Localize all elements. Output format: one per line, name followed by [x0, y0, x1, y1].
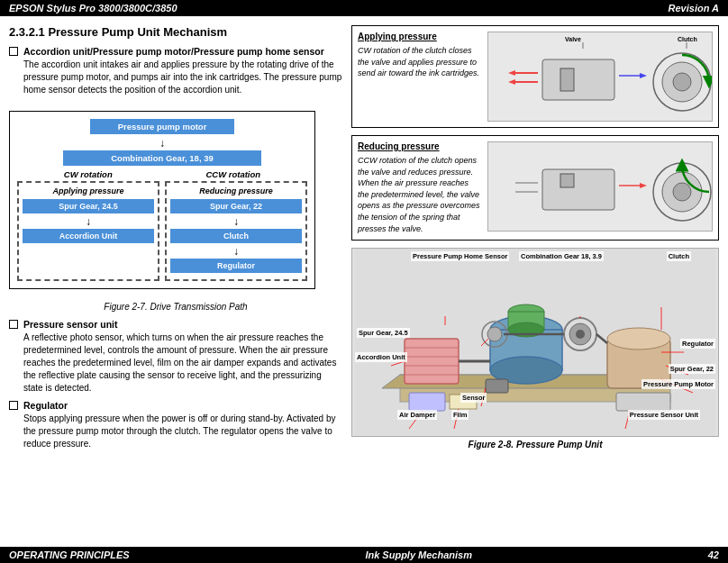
reducing-pressure-text: CCW rotation of the clutch opens the val…: [358, 155, 482, 234]
svg-text:Valve: Valve: [565, 36, 581, 42]
svg-marker-12: [508, 79, 515, 85]
svg-rect-49: [409, 393, 445, 411]
flow-arrow-4: ↓: [170, 246, 302, 257]
label-spur-22: Spur Gear, 22: [669, 364, 715, 374]
flow-accordion: Accordion Unit: [23, 229, 154, 243]
svg-rect-19: [560, 174, 574, 187]
svg-rect-51: [616, 393, 670, 411]
flow-arrow-1: ↓: [17, 138, 307, 149]
page-footer: OPERATING PRINCIPLES Ink Supply Mechanis…: [0, 547, 728, 563]
applying-pressure-box: Applying pressure CW rotation of the clu…: [351, 25, 719, 128]
flow-spur1: Spur Gear, 24.5: [23, 199, 154, 213]
svg-marker-10: [508, 70, 515, 76]
header-title-right: Revision A: [669, 3, 719, 14]
label-spur-245: Spur Gear, 24.5: [357, 328, 410, 338]
cw-label: CW rotation: [64, 169, 113, 179]
checkbox-1: [9, 47, 18, 56]
header-title-left: EPSON Stylus Pro 3800/3800C/3850: [9, 3, 177, 14]
svg-rect-18: [542, 169, 614, 210]
svg-rect-48: [486, 379, 508, 393]
figure-2-8-caption: Figure 2-8. Pressure Pump Unit: [351, 440, 719, 449]
label-pressure-sensor: Pressure Sensor Unit: [628, 410, 700, 420]
pump-unit-diagram: Pressure Pump Home Sensor Combination Ge…: [351, 248, 719, 523]
footer-left: OPERATING PRINCIPLES: [9, 549, 130, 560]
flow-box-motor: Pressure pump motor: [90, 119, 234, 134]
cw-branch: Applying pressure Spur Gear, 24.5 ↓ Acco…: [17, 181, 159, 281]
applying-pressure-title: Applying pressure: [358, 32, 482, 41]
ccw-label: CCW rotation: [205, 169, 260, 179]
item-title-3: Regulator: [23, 400, 342, 411]
label-film: Film: [451, 410, 469, 420]
label-combo-gear: Combination Gear 18, 3.9: [519, 251, 604, 261]
svg-marker-23: [640, 183, 647, 188]
label-regulator: Regulator: [680, 339, 715, 349]
checkbox-3: [9, 401, 18, 410]
flow-arrow-2: ↓: [23, 216, 154, 227]
list-item-2: Pressure sensor unit A reflective photo …: [9, 319, 342, 395]
item-text-2: A reflective photo sensor, which turns o…: [23, 331, 342, 395]
section-title: 2.3.2.1 Pressure Pump Unit Mechanism: [9, 25, 342, 39]
label-accordion: Accordion Unit: [355, 352, 407, 362]
label-air-damper: Air Damper: [397, 410, 437, 420]
footer-right: 42: [708, 549, 719, 560]
flowchart: Pressure pump motor ↓ Combination Gear, …: [9, 111, 315, 289]
reducing-pressure-box: Reducing pressure CCW rotation of the cl…: [351, 135, 719, 241]
svg-point-17: [673, 183, 691, 201]
item-title-2: Pressure sensor unit: [23, 319, 342, 330]
label-pressure-motor: Pressure Pump Motor: [642, 379, 715, 389]
flow-regulator: Regulator: [170, 259, 302, 273]
svg-rect-8: [560, 68, 574, 91]
reducing-pressure-title: Reducing pressure: [358, 141, 482, 151]
checkbox-2: [9, 320, 18, 329]
svg-point-6: [673, 73, 691, 91]
item-title-1: Accordion unit/Pressure pump motor/Press…: [23, 46, 342, 57]
label-sensor: Sensor: [460, 393, 487, 403]
svg-rect-7: [542, 59, 614, 100]
svg-marker-14: [640, 73, 647, 78]
footer-center: Ink Supply Mechanism: [365, 549, 472, 560]
page-header: EPSON Stylus Pro 3800/3800C/3850 Revisio…: [0, 0, 728, 16]
applying-pressure-text: CW rotation of the clutch closes the val…: [358, 45, 482, 79]
svg-rect-27: [405, 339, 459, 384]
flow-box-gear: Combination Gear, 18, 39: [63, 150, 261, 166]
svg-point-42: [576, 330, 585, 339]
item-text-3: Stops applying pressure when the power i…: [23, 413, 342, 450]
label-home-sensor: Pressure Pump Home Sensor: [411, 251, 509, 261]
list-item-3: Regulator Stops applying pressure when t…: [9, 400, 342, 450]
svg-point-39: [607, 328, 670, 350]
flow-clutch: Clutch: [170, 229, 302, 243]
svg-text:Clutch: Clutch: [678, 36, 697, 42]
ccw-branch: Reducing pressure Spur Gear, 22 ↓ Clutch…: [165, 181, 307, 281]
label-clutch: Clutch: [667, 251, 691, 261]
reducing-label: Reducing pressure: [170, 186, 302, 195]
flow-spur2: Spur Gear, 22: [170, 199, 302, 213]
svg-point-44: [487, 327, 502, 341]
list-item-1: Accordion unit/Pressure pump motor/Press…: [9, 46, 342, 96]
applying-label: Applying pressure: [23, 186, 154, 195]
right-column: Applying pressure CW rotation of the clu…: [351, 25, 719, 523]
item-text-1: The accordion unit intakes air and appli…: [23, 59, 342, 96]
left-column: 2.3.2.1 Pressure Pump Unit Mechanism Acc…: [9, 25, 342, 523]
main-content: 2.3.2.1 Pressure Pump Unit Mechanism Acc…: [0, 16, 728, 532]
flow-arrow-3: ↓: [170, 216, 302, 227]
figure-2-7-caption: Figure 2-7. Drive Transmission Path: [9, 302, 342, 312]
